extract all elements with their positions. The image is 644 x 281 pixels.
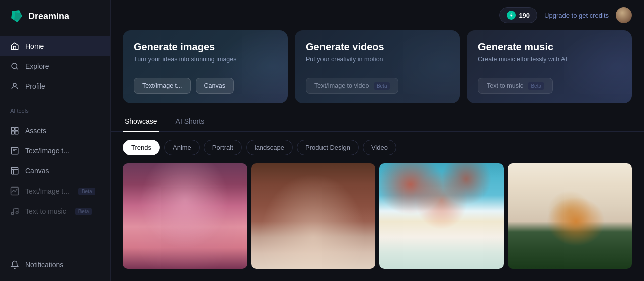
card-bg-deco-images	[213, 30, 288, 103]
grid-item-robot-woman[interactable]	[123, 163, 247, 269]
credits-count: 190	[519, 12, 530, 19]
credits-badge: 190	[499, 7, 537, 23]
ai-tools-section-label: AI tools	[0, 101, 110, 117]
canvas-icon	[10, 166, 19, 175]
svg-point-11	[11, 212, 14, 215]
avatar[interactable]	[616, 7, 632, 23]
upgrade-button[interactable]: Upgrade to get credits	[544, 9, 609, 22]
text-image-icon	[10, 146, 19, 155]
nav-home-label: Home	[25, 42, 44, 50]
tab-ai-shorts[interactable]: AI Shorts	[174, 113, 207, 131]
nav-item-text-image-beta[interactable]: Text/Image t... Beta	[0, 181, 110, 201]
svg-marker-13	[510, 13, 513, 17]
bell-icon	[10, 260, 19, 269]
nav-text-to-music-label: Text to music	[25, 207, 66, 215]
avatar-image	[616, 7, 632, 23]
hero-card-music: Generate music Create music effortlessly…	[467, 30, 632, 103]
nav-item-profile[interactable]: Profile	[0, 76, 110, 97]
hero-card-images: Generate images Turn your ideas into stu…	[123, 30, 288, 103]
logo-area[interactable]: Dreamina	[0, 0, 110, 32]
text-image-button[interactable]: Text/Image t...	[134, 78, 191, 94]
nav-text-image-beta-label: Text/Image t...	[25, 187, 69, 195]
lightning-icon	[507, 11, 516, 20]
grid-item-cat-wedding[interactable]	[251, 163, 375, 269]
svg-point-12	[16, 212, 18, 214]
beta-badge-text-image: Beta	[78, 188, 95, 195]
nav-item-text-to-music[interactable]: Text to music Beta	[0, 201, 110, 221]
nav-canvas-label: Canvas	[25, 167, 49, 175]
svg-point-2	[12, 63, 17, 69]
main-content: 190 Upgrade to get credits Generate imag…	[111, 0, 644, 281]
svg-rect-4	[11, 127, 14, 130]
text-image-to-video-button[interactable]: Text/Image to video Beta	[306, 78, 398, 94]
hero-section: Generate images Turn your ideas into stu…	[111, 30, 644, 103]
dreamina-logo-icon	[10, 9, 24, 23]
nav-explore-label: Explore	[25, 62, 49, 70]
svg-marker-1	[14, 12, 21, 20]
filter-product-design[interactable]: Product Design	[297, 140, 359, 155]
grid-item-tiger[interactable]	[508, 163, 632, 269]
showcase-tabs: Showcase AI Shorts	[111, 113, 644, 132]
tab-showcase[interactable]: Showcase	[123, 113, 159, 131]
nav-text-image-label: Text/Image t...	[25, 147, 69, 155]
filter-trends[interactable]: Trends	[123, 140, 160, 155]
beta-badge-music: Beta	[75, 208, 92, 215]
nav-profile-label: Profile	[25, 82, 45, 90]
text-image-beta-icon	[10, 186, 19, 196]
filter-landscape[interactable]: landscape	[246, 140, 293, 155]
header: 190 Upgrade to get credits	[111, 0, 644, 30]
nav-notifications-label: Notifications	[25, 261, 63, 269]
nav-item-notifications[interactable]: Notifications	[0, 255, 110, 275]
card-bg-deco-music	[557, 30, 632, 103]
nav-item-text-image[interactable]: Text/Image t...	[0, 141, 110, 161]
ai-tools-nav: Assets Text/Image t... Canvas Text/Image…	[0, 117, 110, 225]
nav-item-assets[interactable]: Assets	[0, 121, 110, 141]
filter-portrait[interactable]: Portrait	[204, 140, 242, 155]
main-nav: Home Explore Profile	[0, 32, 110, 101]
sidebar: Dreamina Home Explore Profile AI tools	[0, 0, 111, 281]
filter-video[interactable]: Video	[363, 140, 396, 155]
svg-point-3	[13, 83, 16, 86]
app-name: Dreamina	[28, 11, 69, 22]
svg-rect-5	[15, 127, 18, 130]
nav-item-home[interactable]: Home	[0, 36, 110, 56]
profile-icon	[10, 82, 19, 91]
beta-badge-music-hero: Beta	[528, 82, 544, 90]
grid-item-autumn-scene[interactable]	[379, 163, 504, 269]
svg-rect-7	[15, 131, 18, 134]
hero-card-videos: Generate videos Put your creativity in m…	[295, 30, 460, 103]
svg-rect-9	[11, 167, 18, 174]
home-icon	[10, 42, 19, 51]
filter-row: Trends Anime Portrait landscape Product …	[111, 140, 644, 155]
nav-assets-label: Assets	[25, 127, 46, 135]
assets-icon	[10, 126, 19, 135]
image-grid	[111, 163, 644, 281]
beta-badge-video: Beta	[374, 82, 390, 90]
svg-rect-6	[11, 131, 14, 134]
text-to-music-button[interactable]: Text to music Beta	[478, 78, 553, 94]
filter-anime[interactable]: Anime	[164, 140, 200, 155]
explore-icon	[10, 62, 19, 71]
nav-item-canvas[interactable]: Canvas	[0, 161, 110, 181]
music-icon	[10, 207, 19, 216]
nav-item-explore[interactable]: Explore	[0, 56, 110, 76]
